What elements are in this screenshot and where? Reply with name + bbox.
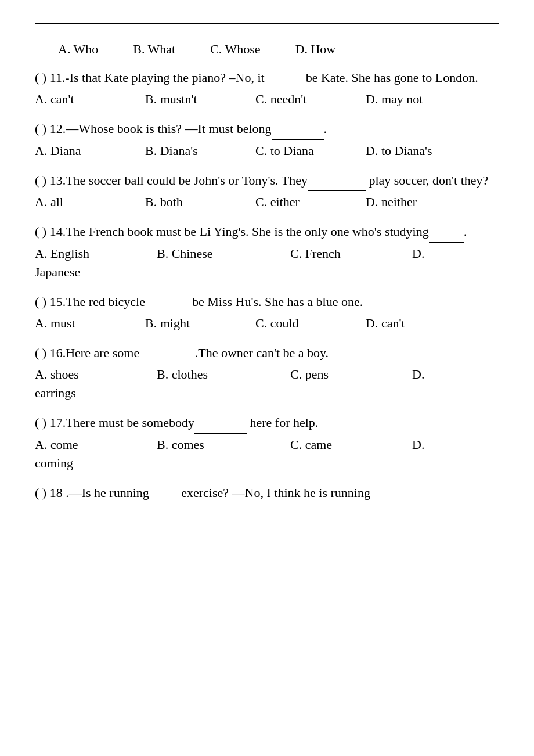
q16-body: 16.Here are some .The owner can't be a b…: [50, 345, 329, 360]
q12-text: ( ) 12.—Whose book is this? —It must bel…: [35, 117, 499, 139]
q16-options: A. shoes B. clothes C. pens D. earrings: [35, 367, 499, 401]
q11-opt-b: B. mustn't: [145, 92, 250, 107]
q11-body: 11.-Is that Kate playing the piano? –No,…: [50, 70, 478, 85]
q16-opt-b: B. clothes: [157, 367, 273, 382]
q15-opt-a: A. must: [35, 316, 139, 331]
question-16: ( ) 16.Here are some .The owner can't be…: [35, 341, 499, 401]
q14-options-row1: A. English B. Chinese C. French D.: [35, 246, 499, 261]
q11-opt-d: D. may not: [366, 92, 470, 107]
q16-opt-d-val: earrings: [35, 386, 76, 400]
q18-text: ( ) 18 .—Is he running exercise? —No, I …: [35, 481, 499, 503]
q12-opt-d: D. to Diana's: [366, 143, 470, 159]
q18-paren: ( ): [35, 485, 46, 500]
question-12: ( ) 12.—Whose book is this? —It must bel…: [35, 117, 499, 158]
q15-text: ( ) 15.The red bicycle be Miss Hu's. She…: [35, 290, 499, 312]
q16-opt-c: C. pens: [290, 367, 395, 382]
q13-opt-a: A. all: [35, 195, 139, 210]
q13-options: A. all B. both C. either D. neither: [35, 195, 499, 210]
q13-opt-d: D. neither: [366, 195, 470, 210]
q16-options-row1: A. shoes B. clothes C. pens D.: [35, 367, 499, 382]
q11-paren: ( ): [35, 70, 46, 85]
q15-paren: ( ): [35, 294, 46, 309]
q14-opt-b: B. Chinese: [157, 246, 273, 261]
q14-blank: [429, 220, 464, 242]
header-opt-b: B. What: [133, 42, 175, 57]
q17-opt-d-val: coming: [35, 456, 73, 470]
q17-options-row1: A. come B. comes C. came D.: [35, 437, 499, 452]
q16-text: ( ) 16.Here are some .The owner can't be…: [35, 341, 499, 363]
q14-options: A. English B. Chinese C. French D. Japan…: [35, 246, 499, 280]
question-18: ( ) 18 .—Is he running exercise? —No, I …: [35, 481, 499, 503]
q17-options: A. come B. comes C. came D. coming: [35, 437, 499, 471]
q12-opt-b: B. Diana's: [145, 143, 250, 159]
q16-options-row2: earrings: [35, 386, 499, 401]
q14-opt-a: A. English: [35, 246, 139, 261]
q17-opt-d-label: D.: [412, 437, 424, 452]
q17-paren: ( ): [35, 415, 46, 430]
q15-opt-c: C. could: [255, 316, 360, 331]
q16-opt-d-label: D.: [412, 367, 424, 382]
header-options-row: A. Who B. What C. Whose D. How: [35, 42, 499, 57]
q11-text: ( ) 11.-Is that Kate playing the piano? …: [35, 66, 499, 88]
q11-options: A. can't B. mustn't C. needn't D. may no…: [35, 92, 499, 107]
q16-paren: ( ): [35, 345, 46, 360]
q13-text: ( ) 13.The soccer ball could be John's o…: [35, 169, 499, 191]
q17-opt-a: A. come: [35, 437, 139, 452]
q11-opt-c: C. needn't: [255, 92, 360, 107]
q14-options-row2: Japanese: [35, 265, 499, 280]
q12-blank: [272, 117, 324, 139]
q17-blank: [194, 411, 247, 433]
q13-body: 13.The soccer ball could be John's or To…: [50, 173, 489, 188]
q12-options: A. Diana B. Diana's C. to Diana D. to Di…: [35, 143, 499, 159]
q15-opt-d: D. can't: [366, 316, 470, 331]
q13-paren: ( ): [35, 173, 46, 188]
q17-text: ( ) 17.There must be somebody here for h…: [35, 411, 499, 433]
q13-opt-b: B. both: [145, 195, 250, 210]
q16-opt-a: A. shoes: [35, 367, 139, 382]
q17-opt-c: C. came: [290, 437, 395, 452]
q17-options-row2: coming: [35, 456, 499, 471]
q17-opt-b: B. comes: [157, 437, 273, 452]
q11-blank: [268, 66, 302, 88]
q14-opt-d-val: Japanese: [35, 265, 80, 279]
question-13: ( ) 13.The soccer ball could be John's o…: [35, 169, 499, 210]
q14-opt-d-label: D.: [412, 246, 424, 261]
q15-options: A. must B. might C. could D. can't: [35, 316, 499, 331]
q17-body: 17.There must be somebody here for help.: [50, 415, 319, 430]
question-11: ( ) 11.-Is that Kate playing the piano? …: [35, 66, 499, 107]
q14-paren: ( ): [35, 224, 46, 239]
q15-opt-b: B. might: [145, 316, 250, 331]
q18-blank: [152, 481, 181, 503]
q14-body: 14.The French book must be Li Ying's. Sh…: [50, 224, 467, 239]
q16-blank: [143, 341, 195, 363]
q14-opt-c: C. French: [290, 246, 395, 261]
question-17: ( ) 17.There must be somebody here for h…: [35, 411, 499, 470]
header-opt-a: A. Who: [58, 42, 98, 57]
q11-opt-a: A. can't: [35, 92, 139, 107]
top-divider: [35, 23, 499, 24]
q13-opt-c: C. either: [255, 195, 360, 210]
q15-blank: [148, 290, 189, 312]
q12-body: 12.—Whose book is this? —It must belong …: [50, 121, 327, 136]
q18-body: 18 .—Is he running exercise? —No, I thin…: [50, 485, 370, 500]
q12-opt-a: A. Diana: [35, 143, 139, 159]
question-14: ( ) 14.The French book must be Li Ying's…: [35, 220, 499, 279]
q13-blank: [308, 169, 366, 191]
question-15: ( ) 15.The red bicycle be Miss Hu's. She…: [35, 290, 499, 331]
q14-text: ( ) 14.The French book must be Li Ying's…: [35, 220, 499, 242]
q12-opt-c: C. to Diana: [255, 143, 360, 159]
header-opt-c: C. Whose: [210, 42, 260, 57]
q15-body: 15.The red bicycle be Miss Hu's. She has…: [50, 294, 363, 309]
q12-paren: ( ): [35, 121, 46, 136]
header-opt-d: D. How: [295, 42, 336, 57]
